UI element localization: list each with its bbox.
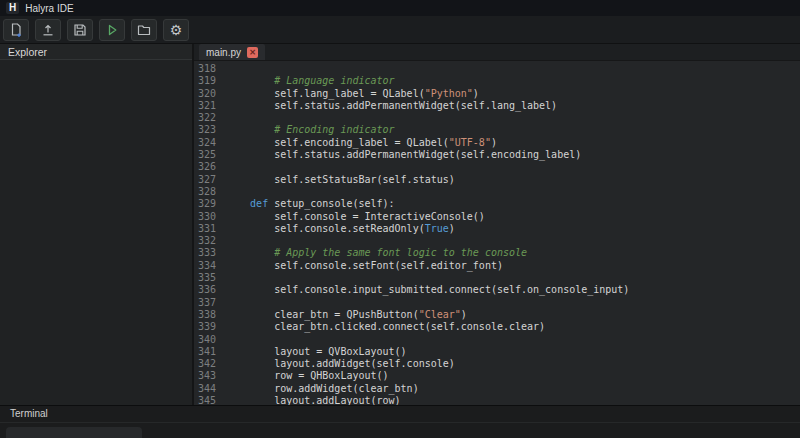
code-line: 332 (194, 235, 800, 247)
terminal-input[interactable] (6, 427, 142, 438)
code-text: self.setStatusBar(self.status) (226, 174, 800, 186)
line-number: 319 (194, 75, 216, 87)
code-text (226, 272, 800, 284)
code-line: 336 self.console.input_submitted.connect… (194, 284, 800, 296)
tab-label: main.py (206, 47, 241, 58)
code-text (226, 235, 800, 247)
code-text: self.console.setReadOnly(True) (226, 223, 800, 235)
tab-bar: main.py ✕ (194, 44, 800, 61)
toolbar: ⚙ (0, 16, 800, 44)
line-number: 334 (194, 260, 216, 272)
line-number: 323 (194, 124, 216, 136)
run-play-icon (104, 22, 120, 38)
line-number: 338 (194, 309, 216, 321)
line-number: 318 (194, 63, 216, 75)
code-line: 333 # Apply the same font logic to the c… (194, 247, 800, 259)
code-line: 326 (194, 161, 800, 173)
tab-close-icon[interactable]: ✕ (247, 47, 258, 58)
code-line: 344 row.addWidget(clear_btn) (194, 383, 800, 395)
line-number: 324 (194, 137, 216, 149)
code-text: self.console.setFont(self.editor_font) (226, 260, 800, 272)
line-number: 337 (194, 297, 216, 309)
line-number: 345 (194, 395, 216, 405)
upload-button[interactable] (35, 19, 61, 41)
code-text: self.console.input_submitted.connect(sel… (226, 284, 800, 296)
code-line: 343 row = QHBoxLayout() (194, 370, 800, 382)
editor-pane: main.py ✕ 318319 # Language indicator320… (194, 44, 800, 405)
code-text: self.status.addPermanentWidget(self.enco… (226, 149, 800, 161)
tab-main-py[interactable]: main.py ✕ (199, 44, 265, 60)
code-text (226, 63, 800, 75)
line-number: 341 (194, 346, 216, 358)
line-number: 325 (194, 149, 216, 161)
code-line: 339 clear_btn.clicked.connect(self.conso… (194, 321, 800, 333)
code-text: clear_btn = QPushButton("Clear") (226, 309, 800, 321)
line-number: 328 (194, 186, 216, 198)
code-text: # Language indicator (226, 75, 800, 87)
code-text: self.status.addPermanentWidget(self.lang… (226, 100, 800, 112)
upload-icon (40, 22, 56, 38)
open-folder-icon (136, 22, 152, 38)
code-text (226, 334, 800, 346)
settings-gear-icon: ⚙ (170, 23, 183, 37)
code-text (226, 161, 800, 173)
line-number: 343 (194, 370, 216, 382)
line-number: 331 (194, 223, 216, 235)
code-line: 334 self.console.setFont(self.editor_fon… (194, 260, 800, 272)
code-text: self.lang_label = QLabel("Python") (226, 88, 800, 100)
run-button[interactable] (99, 19, 125, 41)
new-file-icon (8, 22, 24, 38)
code-line: 318 (194, 63, 800, 75)
code-line: 337 (194, 297, 800, 309)
settings-button[interactable]: ⚙ (163, 19, 189, 41)
code-line: 335 (194, 272, 800, 284)
code-text: row.addWidget(clear_btn) (226, 383, 800, 395)
code-text (226, 186, 800, 198)
code-text: def setup_console(self): (226, 198, 800, 210)
code-line: 331 self.console.setReadOnly(True) (194, 223, 800, 235)
code-line: 342 layout.addWidget(self.console) (194, 358, 800, 370)
app-logo: H (6, 2, 19, 14)
window-title: Halyra IDE (25, 3, 73, 14)
code-line: 329 def setup_console(self): (194, 198, 800, 210)
code-text (226, 297, 800, 309)
line-number: 322 (194, 112, 216, 124)
line-number: 332 (194, 235, 216, 247)
code-editor[interactable]: 318319 # Language indicator320 self.lang… (194, 61, 800, 405)
line-number: 320 (194, 88, 216, 100)
terminal-header: Terminal (0, 406, 800, 423)
save-button[interactable] (67, 19, 93, 41)
code-text (226, 112, 800, 124)
explorer-header: Explorer (0, 44, 192, 60)
save-icon (72, 22, 88, 38)
code-line: 319 # Language indicator (194, 75, 800, 87)
code-line: 321 self.status.addPermanentWidget(self.… (194, 100, 800, 112)
main-area: Explorer main.py ✕ 318319 # Language ind… (0, 44, 800, 405)
line-number: 326 (194, 161, 216, 173)
code-text: row = QHBoxLayout() (226, 370, 800, 382)
ide-window: H Halyra IDE (0, 0, 800, 438)
new-file-button[interactable] (3, 19, 29, 41)
line-number: 340 (194, 334, 216, 346)
code-text: layout.addWidget(self.console) (226, 358, 800, 370)
code-text: self.encoding_label = QLabel("UTF-8") (226, 137, 800, 149)
code-line: 345 layout.addLayout(row) (194, 395, 800, 405)
code-line: 330 self.console = InteractiveConsole() (194, 211, 800, 223)
code-text: clear_btn.clicked.connect(self.console.c… (226, 321, 800, 333)
line-number: 344 (194, 383, 216, 395)
code-line: 325 self.status.addPermanentWidget(self.… (194, 149, 800, 161)
code-line: 324 self.encoding_label = QLabel("UTF-8"… (194, 137, 800, 149)
code-line: 341 layout = QVBoxLayout() (194, 346, 800, 358)
code-text: self.console = InteractiveConsole() (226, 211, 800, 223)
line-number: 335 (194, 272, 216, 284)
line-number: 330 (194, 211, 216, 223)
line-number: 329 (194, 198, 216, 210)
explorer-file-tree[interactable] (0, 60, 192, 405)
code-line: 328 (194, 186, 800, 198)
open-folder-button[interactable] (131, 19, 157, 41)
code-line: 340 (194, 334, 800, 346)
line-number: 327 (194, 174, 216, 186)
title-bar: H Halyra IDE (0, 0, 800, 16)
code-text: # Encoding indicator (226, 124, 800, 136)
code-text: layout.addLayout(row) (226, 395, 800, 405)
